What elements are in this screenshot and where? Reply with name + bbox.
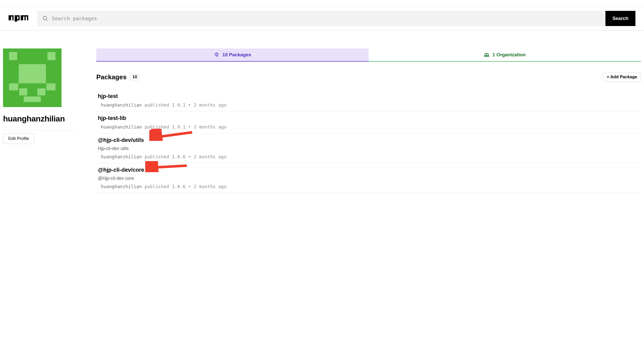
- package-description: @Hjp-cli-dev core: [98, 176, 641, 181]
- package-author[interactable]: huanghanzhilian: [101, 124, 142, 130]
- svg-point-11: [486, 53, 487, 54]
- package-meta-rest: published 1.0.1 • 2 months ago: [142, 103, 227, 108]
- package-author[interactable]: huanghanzhilian: [101, 103, 142, 108]
- package-meta: huanghanzhilian published 1.0.1 • 2 mont…: [98, 103, 641, 108]
- package-author[interactable]: huanghanzhilian: [101, 184, 142, 189]
- svg-rect-6: [9, 83, 18, 90]
- site-header: Search: [0, 6, 644, 31]
- tab-packages-label: 10 Packages: [222, 52, 251, 58]
- svg-line-1: [46, 19, 47, 21]
- package-meta: huanghanzhilian published 1.0.6 • 2 mont…: [98, 184, 641, 189]
- svg-rect-4: [47, 52, 55, 60]
- npm-logo[interactable]: [9, 15, 28, 22]
- package-item: @hjp-cli-dev/core @Hjp-cli-dev core huan…: [96, 163, 641, 193]
- package-meta-rest: published 1.0.6 • 2 months ago: [142, 154, 227, 159]
- package-author[interactable]: huanghanzhilian: [101, 154, 142, 159]
- package-name-link[interactable]: hjp-test: [98, 93, 118, 99]
- tab-organizations[interactable]: 1 Organization: [369, 48, 641, 61]
- edit-profile-button[interactable]: Edit Profile: [3, 133, 34, 144]
- top-divider: [0, 0, 644, 6]
- npm-logo-icon: [9, 15, 28, 22]
- profile-sidebar: huanghanzhilian Edit Profile: [3, 48, 79, 193]
- search-icon: [42, 16, 48, 21]
- search-form: Search: [37, 11, 635, 26]
- package-item: @hjp-cli-dev/utils Hjp-cli-dev utils hua…: [96, 133, 641, 163]
- avatar-icon: [3, 48, 62, 107]
- svg-point-12: [484, 54, 485, 55]
- page-content: huanghanzhilian Edit Profile 10 Packages: [0, 31, 644, 193]
- svg-rect-5: [19, 64, 46, 83]
- packages-header: Packages 10 + Add Package: [96, 72, 641, 82]
- svg-rect-8: [19, 88, 27, 95]
- sidebar-divider: [3, 130, 79, 130]
- package-list: hjp-test huanghanzhilian published 1.0.1…: [96, 93, 641, 193]
- svg-line-15: [151, 166, 187, 168]
- package-name-link[interactable]: hjp-test-lib: [98, 115, 126, 121]
- main-content: 10 Packages 1 Organization Packages 10 +: [96, 48, 641, 193]
- package-description: Hjp-cli-dev utils: [98, 146, 641, 151]
- svg-rect-7: [46, 83, 55, 90]
- tab-packages[interactable]: 10 Packages: [96, 48, 369, 62]
- package-name-link[interactable]: @hjp-cli-dev/utils: [98, 137, 144, 143]
- tab-organizations-label: 1 Organization: [492, 52, 526, 58]
- organization-icon: [484, 52, 489, 57]
- package-name-link[interactable]: @hjp-cli-dev/core: [98, 167, 144, 173]
- package-meta: huanghanzhilian published 1.0.1 • 2 mont…: [98, 124, 641, 130]
- avatar: [3, 48, 62, 107]
- tabs: 10 Packages 1 Organization: [96, 48, 641, 62]
- package-item: hjp-test-lib huanghanzhilian published 1…: [96, 111, 641, 133]
- packages-count-badge: 10: [130, 74, 139, 80]
- package-meta-rest: published 1.0.1 • 2 months ago: [142, 124, 227, 130]
- package-meta-rest: published 1.0.6 • 2 months ago: [142, 184, 227, 189]
- search-box: [37, 11, 605, 26]
- svg-rect-10: [24, 96, 41, 102]
- search-input[interactable]: [52, 16, 600, 21]
- package-meta: huanghanzhilian published 1.0.6 • 2 mont…: [98, 154, 641, 159]
- packages-icon: [214, 52, 219, 57]
- add-package-button[interactable]: + Add Package: [603, 72, 641, 82]
- svg-rect-3: [9, 52, 17, 60]
- package-item: hjp-test huanghanzhilian published 1.0.1…: [96, 93, 641, 111]
- search-button[interactable]: Search: [605, 11, 635, 26]
- username: huanghanzhilian: [3, 114, 79, 123]
- svg-point-13: [488, 54, 489, 55]
- svg-rect-9: [37, 88, 45, 95]
- svg-point-0: [43, 16, 47, 20]
- packages-title-wrap: Packages 10: [96, 73, 139, 81]
- packages-title: Packages: [96, 73, 127, 81]
